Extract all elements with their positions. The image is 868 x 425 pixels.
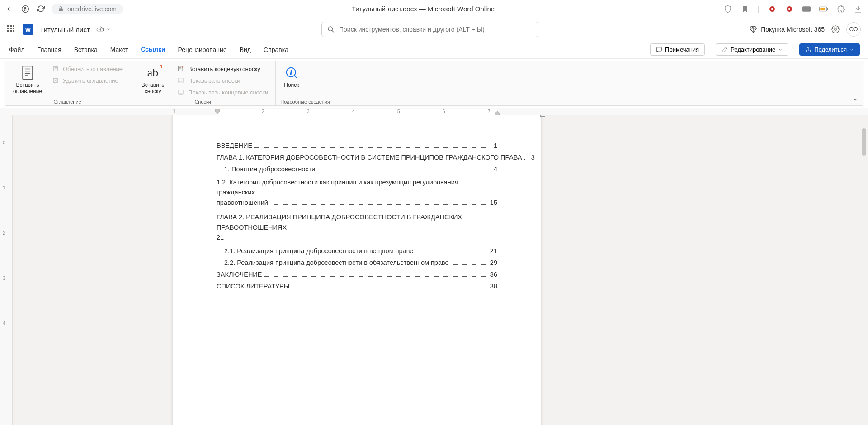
- tab-layout[interactable]: Макет: [109, 42, 129, 57]
- pencil-icon: [722, 47, 728, 53]
- download-icon[interactable]: [854, 5, 863, 14]
- save-status-icon[interactable]: [96, 25, 111, 33]
- toc-entry[interactable]: ЗАКЛЮЧЕНИЕ36: [217, 271, 497, 278]
- vertical-ruler[interactable]: 0 1 2 3 4: [0, 115, 13, 425]
- tab-insert[interactable]: Вставка: [73, 42, 99, 57]
- lock-icon: [58, 6, 64, 12]
- footnote-icon: ab1: [146, 66, 160, 80]
- svg-rect-17: [179, 90, 184, 95]
- editing-mode-button[interactable]: Редактирование: [716, 43, 788, 56]
- svg-text:i: i: [290, 70, 292, 75]
- share-label: Поделиться: [814, 46, 847, 53]
- comment-icon: [656, 47, 662, 53]
- buy-premium-button[interactable]: Покупка Microsoft 365: [749, 25, 825, 33]
- address-bar[interactable]: onedrive.live.com: [52, 4, 123, 14]
- document-page[interactable]: ВВЕДЕНИЕ1 ГЛАВА 1. КАТЕГОРИЯ ДОБРОСОВЕСТ…: [173, 115, 541, 425]
- insert-toc-label: Вставить оглавление: [13, 82, 42, 94]
- show-footnotes-button: Показывать сноски: [175, 76, 271, 85]
- battery-icon[interactable]: [819, 5, 828, 14]
- tab-view[interactable]: Вид: [239, 42, 252, 57]
- group-footnotes: ab1 Вставить сноску Вставить концевую сн…: [130, 61, 276, 105]
- settings-button[interactable]: [831, 25, 840, 34]
- url-text: onedrive.live.com: [67, 5, 117, 13]
- group-toc: Вставить оглавление Обновить оглавление …: [5, 61, 130, 105]
- chevron-down-icon: [849, 47, 854, 52]
- page-title: Титульный лист.docx — Microsoft Word Onl…: [129, 5, 717, 13]
- insert-toc-button[interactable]: Вставить оглавление: [9, 64, 46, 96]
- svg-point-9: [328, 27, 332, 31]
- svg-rect-5: [802, 6, 811, 12]
- share-button[interactable]: Поделиться: [799, 43, 860, 56]
- show-endnotes-button: Показывать концевые сноски: [175, 87, 271, 97]
- svg-rect-7: [820, 7, 825, 10]
- ribbon-tabs: Файл Главная Вставка Макет Ссылки Реценз…: [0, 41, 868, 59]
- tab-help[interactable]: Справка: [263, 42, 289, 57]
- svg-rect-11: [23, 66, 33, 79]
- group-toc-label: Оглавление: [9, 98, 125, 104]
- diamond-icon: [749, 25, 757, 33]
- search-input[interactable]: [321, 22, 538, 37]
- yandex-home-icon[interactable]: [21, 5, 30, 14]
- refresh-icon: [52, 65, 59, 72]
- group-research-label: Подробные сведения: [280, 98, 330, 104]
- app-header: W Титульный лист Покупка Microsoft 365 О…: [0, 18, 868, 41]
- comments-button[interactable]: Примечания: [650, 43, 705, 56]
- tab-review[interactable]: Рецензирование: [177, 42, 228, 57]
- account-avatar[interactable]: ОО: [846, 22, 861, 37]
- toc-entry[interactable]: ВВЕДЕНИЕ1: [217, 142, 497, 149]
- search-circle-icon: i: [284, 66, 299, 80]
- bookmark-icon[interactable]: [741, 5, 750, 14]
- search-icon: [327, 26, 335, 33]
- word-app-icon[interactable]: W: [23, 24, 33, 35]
- svg-point-4: [788, 8, 791, 10]
- group-research: i Поиск Подробные сведения: [276, 61, 335, 105]
- show-footnotes-icon: [177, 77, 184, 84]
- tab-references[interactable]: Ссылки: [140, 42, 166, 57]
- tab-file[interactable]: Файл: [8, 42, 25, 57]
- margin-mark-icon: [540, 115, 545, 117]
- shield-icon[interactable]: [723, 5, 732, 14]
- chevron-down-icon: [778, 47, 783, 52]
- ribbon-panel: Вставить оглавление Обновить оглавление …: [5, 61, 863, 106]
- toc-entry[interactable]: 2.2. Реализация принципа добросовестност…: [217, 259, 497, 266]
- svg-rect-16: [179, 78, 184, 83]
- premium-label: Покупка Microsoft 365: [761, 26, 825, 33]
- app-launcher-icon[interactable]: [7, 25, 16, 34]
- insert-footnote-label: Вставить сноску: [138, 82, 167, 94]
- smart-lookup-button[interactable]: i Поиск: [280, 64, 302, 90]
- extensions-puzzle-icon[interactable]: [836, 5, 845, 14]
- share-icon: [805, 47, 811, 53]
- toc-entry[interactable]: 1. Понятие добросовестности4: [217, 165, 497, 173]
- toc-entry[interactable]: 2.1. Реализация принципа добросовестност…: [217, 247, 497, 255]
- svg-point-10: [835, 28, 837, 31]
- insert-endnote-button[interactable]: Вставить концевую сноску: [175, 64, 271, 74]
- endnote-icon: [177, 65, 184, 72]
- show-endnotes-icon: [177, 89, 184, 96]
- extension-icon-3[interactable]: [802, 5, 811, 14]
- collapse-ribbon-button[interactable]: [852, 96, 859, 103]
- reload-button[interactable]: [36, 5, 45, 14]
- extension-icon-2[interactable]: [785, 5, 794, 14]
- toc-entry[interactable]: ГЛАВА 2. РЕАЛИЗАЦИЯ ПРИНЦИПА ДОБРОСОВЕСТ…: [217, 212, 497, 242]
- svg-rect-8: [827, 8, 828, 10]
- toc-entry[interactable]: ГЛАВА 1. КАТЕГОРИЯ ДОБРОСОВЕСТНОСТИ В СИ…: [217, 154, 497, 161]
- svg-point-2: [771, 8, 774, 10]
- document-canvas: 0 1 2 3 4 ВВЕДЕНИЕ1 ГЛАВА 1. КАТЕГОРИЯ Д…: [0, 115, 868, 425]
- toc-entry[interactable]: 1.2. Категория добросовестности как прин…: [217, 177, 497, 208]
- back-button[interactable]: [5, 5, 14, 14]
- scroll-thumb[interactable]: [862, 128, 866, 156]
- extension-icon-1[interactable]: [768, 5, 777, 14]
- tab-home[interactable]: Главная: [36, 42, 62, 57]
- separator: |: [758, 5, 760, 13]
- search-field[interactable]: [339, 26, 533, 33]
- svg-rect-14: [179, 66, 182, 71]
- document-title[interactable]: Титульный лист: [40, 26, 90, 33]
- toc-icon: [20, 66, 35, 80]
- toc-entry[interactable]: СПИСОК ЛИТЕРАТУРЫ38: [217, 283, 497, 290]
- svg-point-15: [182, 66, 183, 67]
- editing-label: Редактирование: [731, 46, 775, 53]
- browser-toolbar: onedrive.live.com Титульный лист.docx — …: [0, 0, 868, 18]
- vertical-scrollbar[interactable]: [861, 115, 867, 425]
- group-footnotes-label: Сноски: [135, 98, 271, 104]
- insert-footnote-button[interactable]: ab1 Вставить сноску: [135, 64, 171, 96]
